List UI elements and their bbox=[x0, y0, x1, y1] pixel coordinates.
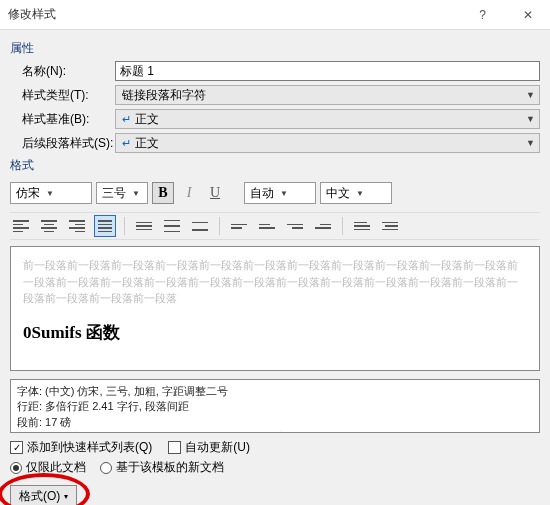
base-value: 正文 bbox=[135, 111, 159, 128]
chevron-down-icon: ▼ bbox=[526, 90, 535, 100]
type-combo[interactable]: 链接段落和字符 ▼ bbox=[115, 85, 540, 105]
name-label: 名称(N): bbox=[10, 63, 115, 80]
autoupdate-checkbox[interactable] bbox=[168, 441, 181, 454]
template-label: 基于该模板的新文档 bbox=[116, 459, 224, 476]
chevron-down-icon: ▼ bbox=[356, 189, 364, 198]
italic-button[interactable]: I bbox=[178, 182, 200, 204]
style-description: 字体: (中文) 仿宋, 三号, 加粗, 字距调整二号 行距: 多倍行距 2.4… bbox=[10, 379, 540, 433]
type-value: 链接段落和字符 bbox=[122, 87, 206, 104]
space-after-inc-button[interactable] bbox=[284, 215, 306, 237]
preview-heading: 0Sumifs 函数 bbox=[23, 321, 527, 344]
add-quicklist-label: 添加到快速样式列表(Q) bbox=[27, 439, 152, 456]
lang-value: 中文 bbox=[326, 185, 350, 202]
autoupdate-label: 自动更新(U) bbox=[185, 439, 250, 456]
template-radio[interactable] bbox=[100, 462, 112, 474]
preview-box: 前一段落前一段落前一段落前一段落前一段落前一段落前一段落前一段落前一段落前一段落… bbox=[10, 246, 540, 371]
underline-button[interactable]: U bbox=[204, 182, 226, 204]
name-input[interactable] bbox=[115, 61, 540, 81]
color-value: 自动 bbox=[250, 185, 274, 202]
spacing-2-button[interactable] bbox=[189, 215, 211, 237]
indent-dec-button[interactable] bbox=[351, 215, 373, 237]
base-combo[interactable]: ↵ 正文 ▼ bbox=[115, 109, 540, 129]
font-combo[interactable]: 仿宋▼ bbox=[10, 182, 92, 204]
paragraph-icon: ↵ bbox=[122, 113, 131, 126]
type-label: 样式类型(T): bbox=[10, 87, 115, 104]
chevron-down-icon: ▼ bbox=[526, 138, 535, 148]
section-format: 格式 bbox=[10, 157, 540, 174]
follow-label: 后续段落样式(S): bbox=[10, 135, 115, 152]
base-label: 样式基准(B): bbox=[10, 111, 115, 128]
size-value: 三号 bbox=[102, 185, 126, 202]
space-before-dec-button[interactable] bbox=[256, 215, 278, 237]
size-combo[interactable]: 三号▼ bbox=[96, 182, 148, 204]
add-quicklist-checkbox[interactable]: ✓ bbox=[10, 441, 23, 454]
follow-value: 正文 bbox=[135, 135, 159, 152]
indent-inc-button[interactable] bbox=[379, 215, 401, 237]
align-justify-button[interactable] bbox=[94, 215, 116, 237]
chevron-down-icon: ▼ bbox=[280, 189, 288, 198]
lang-combo[interactable]: 中文▼ bbox=[320, 182, 392, 204]
font-value: 仿宋 bbox=[16, 185, 40, 202]
color-combo[interactable]: 自动▼ bbox=[244, 182, 316, 204]
spacing-15-button[interactable] bbox=[161, 215, 183, 237]
space-after-dec-button[interactable] bbox=[312, 215, 334, 237]
thisdoc-radio[interactable] bbox=[10, 462, 22, 474]
align-center-button[interactable] bbox=[38, 215, 60, 237]
section-properties: 属性 bbox=[10, 40, 540, 57]
close-button[interactable]: ✕ bbox=[505, 0, 550, 30]
align-left-button[interactable] bbox=[10, 215, 32, 237]
chevron-down-icon: ▼ bbox=[132, 189, 140, 198]
thisdoc-label: 仅限此文档 bbox=[26, 459, 86, 476]
format-button[interactable]: 格式(O)▾ bbox=[10, 485, 77, 505]
chevron-down-icon: ▼ bbox=[46, 189, 54, 198]
align-right-button[interactable] bbox=[66, 215, 88, 237]
follow-combo[interactable]: ↵ 正文 ▼ bbox=[115, 133, 540, 153]
chevron-down-icon: ▼ bbox=[526, 114, 535, 124]
bold-button[interactable]: B bbox=[152, 182, 174, 204]
preview-context-text: 前一段落前一段落前一段落前一段落前一段落前一段落前一段落前一段落前一段落前一段落… bbox=[23, 257, 527, 307]
paragraph-icon: ↵ bbox=[122, 137, 131, 150]
window-title: 修改样式 bbox=[8, 6, 460, 23]
space-before-inc-button[interactable] bbox=[228, 215, 250, 237]
help-button[interactable]: ? bbox=[460, 0, 505, 30]
spacing-1-button[interactable] bbox=[133, 215, 155, 237]
